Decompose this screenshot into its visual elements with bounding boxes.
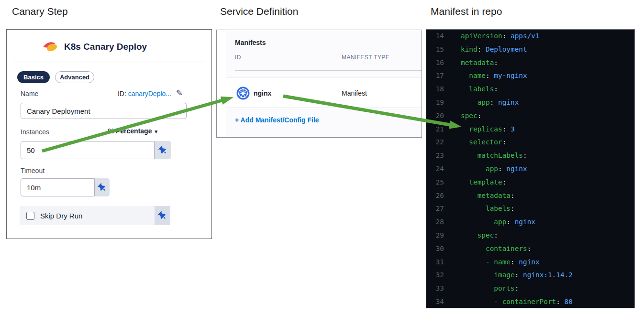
code-line: 34 - containerPort: 80 [426,295,634,308]
code-line: 32 image: nginx:1.14.2 [426,269,634,282]
id-link[interactable]: canaryDeplo... [128,90,171,98]
code-line: 17 name: my-nginx [426,69,634,83]
code-line: 26 metadata: [426,189,634,203]
line-number: 25 [426,176,444,189]
add-manifest-link[interactable]: + Add Manifest/Config File [235,116,319,124]
skip-dry-run-pin-button[interactable] [155,206,170,225]
code-line: 33 ports: [426,282,634,295]
yaml-value: apps/v1 [506,32,539,40]
name-input[interactable] [21,103,187,119]
timeout-pin-button[interactable] [95,178,110,196]
line-number: 28 [426,216,444,229]
manifest-row-id: nginx [254,89,271,97]
line-number: 16 [426,56,444,70]
line-number: 27 [426,202,444,216]
instances-label: Instances [21,128,49,136]
yaml-value: 3 [506,125,514,133]
canary-icon [43,40,58,53]
line-number: 29 [426,229,444,242]
canary-step-heading: Canary Step [12,6,68,17]
manifests-section-title: Manifests [235,39,266,46]
yaml-value: nginx [511,218,535,226]
code-lines: 14apiVersion: apps/v115kind: Deployment1… [426,30,634,308]
chevron-down-icon: ▾ [155,129,157,134]
tab-basics[interactable]: Basics [17,71,50,83]
page: Canary Step Service Definition Manifest … [0,0,644,315]
line-number: 24 [426,163,444,176]
yaml-value: nginx [494,98,519,106]
yaml-key: containers [461,245,527,252]
timeout-input[interactable] [21,178,95,196]
column-header-manifest-type: MANIFEST TYPE [342,54,389,61]
divider [13,62,205,62]
divider [235,70,422,71]
line-number: 34 [426,295,444,308]
code-line: 14apiVersion: apps/v1 [426,30,634,43]
line-number: 26 [426,189,444,203]
id-prefix: ID: [118,90,128,98]
line-number: 18 [426,83,444,96]
yaml-value: my-nginx [490,72,527,79]
yaml-key: apiVersion [461,32,502,40]
yaml-key: metadata [461,192,511,199]
yaml-key: app [461,98,490,106]
yaml-key: app [461,165,498,173]
yaml-key: matchLabels [461,152,523,159]
pushpin-icon [157,144,168,156]
code-line: 27 labels: [426,202,634,216]
column-header-id: ID [235,54,241,61]
instances-pin-button[interactable] [155,141,171,159]
instances-input[interactable] [21,141,155,159]
code-line: 23 matchLabels: [426,149,634,163]
yaml-key: kind [461,45,477,53]
service-definition-panel: Manifests ID MANIFEST TYPE nginx [216,30,422,138]
kubernetes-icon [236,87,250,100]
manifests-card: Manifests ID MANIFEST TYPE nginx [226,30,422,137]
manifest-code-panel: 14apiVersion: apps/v115kind: Deployment1… [426,29,635,308]
edit-id-pencil-icon[interactable]: ✎ [176,88,183,98]
line-number: 30 [426,242,444,256]
line-number: 20 [426,109,444,123]
yaml-key: selector [461,138,502,146]
code-line: 20spec: [426,109,634,123]
code-line: 29 spec: [426,229,634,242]
code-line: 15kind: Deployment [426,43,634,56]
line-number: 14 [426,30,444,43]
line-number: 33 [426,282,444,295]
instances-unit-dropdown[interactable]: % Percentage▾ [100,127,157,135]
line-number: 19 [426,96,444,109]
manifest-table-row[interactable]: nginx Manifest [226,77,422,108]
yaml-key: image [461,271,515,279]
code-line: 31 - name: nginx [426,256,634,269]
yaml-key: - containerPort [461,298,556,305]
step-title-row: K8s Canary Deploy [43,40,147,53]
manifest-row-type: Manifest [342,89,367,97]
code-line: 22 selector: [426,136,634,149]
line-number: 32 [426,269,444,282]
code-line: 16metadata: [426,56,634,70]
yaml-key: - name [461,258,511,266]
canary-step-panel: K8s Canary Deploy Basics Advanced Name I… [6,29,212,239]
yaml-value: nginx [502,165,527,173]
skip-dry-run-checkbox[interactable] [26,212,34,220]
yaml-key: app [461,218,506,226]
tab-advanced[interactable]: Advanced [55,71,94,83]
yaml-key: labels [461,205,511,212]
code-line: 24 app: nginx [426,163,634,176]
yaml-value: Deployment [481,45,527,53]
yaml-key: template [461,178,502,186]
step-id: ID: canaryDeplo... [118,90,171,98]
yaml-value: nginx [515,258,540,266]
code-line: 18 labels: [426,83,634,96]
yaml-value: nginx:1.14.2 [519,271,573,279]
code-line: 30 containers: [426,242,634,256]
line-number: 17 [426,69,444,83]
yaml-key: spec [461,112,477,119]
service-definition-heading: Service Definition [220,6,298,17]
pushpin-icon [156,210,168,221]
yaml-key: spec [461,231,494,239]
yaml-key: replicas [461,125,502,133]
code-line: 21 replicas: 3 [426,123,634,136]
instances-unit-label: % Percentage [108,127,152,135]
yaml-key: labels [461,85,494,93]
